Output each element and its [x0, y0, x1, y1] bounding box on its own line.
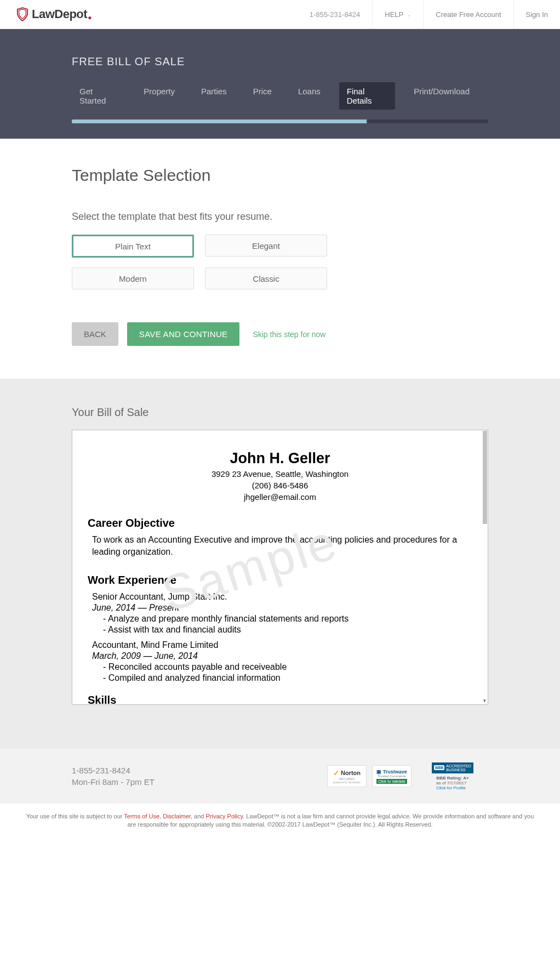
header: LawDepot● 1-855-231-8424 HELP⌄ Create Fr… [0, 0, 560, 29]
template-modern[interactable]: Modern [72, 267, 194, 289]
resume-name: John H. Geller [88, 450, 472, 467]
tab-print-download[interactable]: Print/Download [406, 82, 477, 110]
logo[interactable]: LawDepot● [0, 7, 298, 21]
tab-get-started[interactable]: Get Started [72, 82, 125, 110]
document-preview[interactable]: Sample John H. Geller 3929 23 Avenue, Se… [72, 430, 488, 704]
job1-dates: June, 2014 — Present [92, 603, 472, 613]
tab-price[interactable]: Price [245, 82, 279, 110]
resume-email: jhgeller@email.com [88, 492, 472, 502]
footer-legal: Your use of this site is subject to our … [0, 804, 560, 838]
trust-badges: ✓Norton SECURED powered by Symantec ▣ Tr… [327, 765, 488, 787]
terms-link[interactable]: Terms of Use [124, 813, 159, 819]
resume-address: 3929 23 Avenue, Seattle, Washington [88, 469, 472, 479]
help-label: HELP [385, 10, 403, 19]
help-menu[interactable]: HELP⌄ [372, 0, 423, 29]
footer-info: 1-855-231-8424 Mon-Fri 8am - 7pm ET ✓Nor… [0, 749, 560, 804]
preview-heading: Your Bill of Sale [72, 406, 488, 419]
heading-work: Work Experience [88, 574, 472, 587]
logo-text: LawDepot [32, 7, 87, 21]
action-row: BACK SAVE AND CONTINUE Skip this step fo… [72, 322, 488, 346]
job1-title: Senior Accountant, Jump Start Inc. [92, 592, 472, 602]
progress [72, 110, 488, 139]
resume-phone: (206) 846-5486 [88, 481, 472, 490]
preview-frame: ▾ Sample John H. Geller 3929 23 Avenue, … [72, 430, 488, 705]
section-title: Template Selection [72, 166, 488, 185]
bbb-badge[interactable]: BBBACCREDITEDBUSINESS BBB Rating: A+as o… [417, 765, 488, 787]
privacy-link[interactable]: Privacy Policy [205, 813, 243, 819]
heading-objective: Career Objective [88, 517, 472, 529]
trustwave-badge[interactable]: ▣ Trustwave Trusted Commerce Click to Va… [372, 765, 412, 787]
template-grid: Plain Text Elegant Modern Classic [72, 235, 368, 289]
shield-icon [16, 7, 28, 21]
sign-in-link[interactable]: Sign In [513, 0, 560, 29]
template-classic[interactable]: Classic [205, 267, 327, 289]
tab-property[interactable]: Property [136, 82, 182, 110]
wizard-band: FREE BILL OF SALE Get Started Property P… [0, 29, 560, 139]
job2-title: Accountant, Mind Frame Limited [92, 640, 472, 650]
page-title: FREE BILL OF SALE [72, 45, 488, 82]
job1-bullet2: - Assist with tax and financial audits [103, 625, 472, 635]
footer-phone: 1-855-231-8424 [72, 766, 155, 775]
objective-text: To work as an Accounting Executive and i… [92, 534, 472, 559]
job1-bullet1: - Analyze and prepare monthly financial … [103, 614, 472, 624]
back-button[interactable]: BACK [72, 322, 118, 346]
create-account-link[interactable]: Create Free Account [423, 0, 513, 29]
checkmark-icon: ✓ [333, 768, 340, 777]
tab-final-details[interactable]: Final Details [339, 82, 396, 110]
template-plain-text[interactable]: Plain Text [72, 235, 194, 258]
job2-bullet2: - Compiled and analyzed financial inform… [103, 673, 472, 683]
main-content: Template Selection Select the template t… [44, 139, 516, 379]
chevron-down-icon: ⌄ [407, 12, 411, 18]
save-continue-button[interactable]: SAVE AND CONTINUE [127, 322, 240, 346]
tab-loans[interactable]: Loans [290, 82, 328, 110]
job2-bullet1: - Reconciled accounts payable and receiv… [103, 662, 472, 672]
preview-section: Your Bill of Sale ▾ Sample John H. Gelle… [0, 379, 560, 749]
bbb-icon: BBB [434, 765, 444, 770]
section-subtitle: Select the template that best fits your … [72, 211, 488, 223]
template-elegant[interactable]: Elegant [205, 235, 327, 257]
disclaimer-link[interactable]: Disclaimer [163, 813, 191, 819]
logo-dot: ● [88, 14, 92, 21]
norton-badge[interactable]: ✓Norton SECURED powered by Symantec [327, 765, 367, 787]
wizard-tabs: Get Started Property Parties Price Loans… [72, 82, 488, 110]
job2-dates: March, 2009 — June, 2014 [92, 651, 472, 661]
skip-link[interactable]: Skip this step for now [253, 330, 325, 339]
footer-hours: Mon-Fri 8am - 7pm ET [72, 777, 155, 787]
heading-skills: Skills [88, 694, 472, 704]
tab-parties[interactable]: Parties [193, 82, 235, 110]
header-phone[interactable]: 1-855-231-8424 [298, 0, 373, 29]
